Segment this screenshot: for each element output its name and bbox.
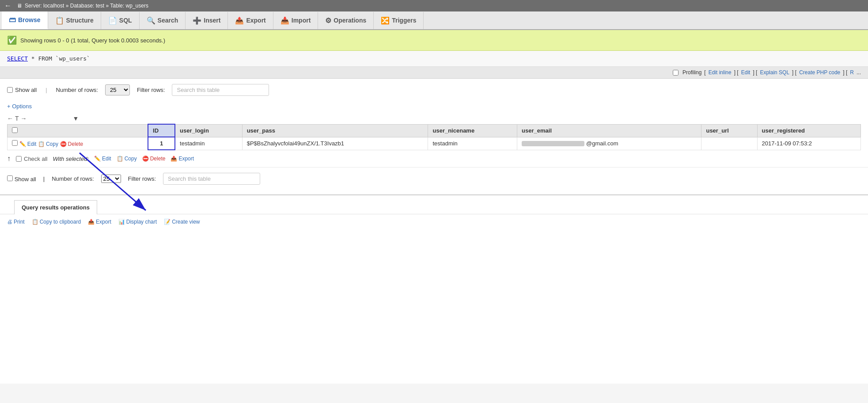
create-php-code-link[interactable]: Create PHP code	[799, 69, 840, 76]
col-resize-bar: ← T → ▼	[0, 113, 868, 124]
browse-icon: 🗃	[9, 16, 16, 24]
row-edit-button[interactable]: ✏️ Edit	[19, 141, 37, 147]
breadcrumb: Server: localhost » Database: test » Tab…	[25, 3, 148, 9]
row-user-nicename-value: testadmin	[432, 140, 457, 147]
tab-triggers[interactable]: 🔀 Triggers	[374, 12, 424, 29]
create-view-button[interactable]: 📝 Create view	[164, 219, 200, 225]
bottom-number-of-rows-label: Number of rows:	[52, 175, 94, 182]
th-checkbox	[8, 124, 148, 137]
tab-search-label: Search	[158, 17, 178, 24]
td-user-nicename: testadmin	[428, 137, 517, 150]
col-user-nicename-label: user_nicename	[432, 127, 474, 134]
with-selected-export-button[interactable]: 📤 Export	[171, 156, 194, 162]
tab-browse-label: Browse	[18, 16, 41, 23]
tab-browse[interactable]: 🗃 Browse	[2, 11, 48, 29]
create-view-icon: 📝	[164, 219, 171, 225]
triggers-icon: 🔀	[381, 16, 390, 25]
th-id: ID	[148, 124, 175, 137]
number-of-rows-label: Number of rows:	[56, 87, 98, 93]
select-all-checkbox[interactable]	[12, 127, 18, 133]
options-row: + Options	[0, 101, 868, 113]
display-chart-button[interactable]: 📊 Display chart	[118, 219, 157, 225]
row-user-registered-value: 2017-11-09 07:53:2	[762, 140, 812, 147]
with-selected-copy-button[interactable]: 📋 Copy	[117, 156, 137, 162]
td-user-email: ████████ @gmail.com	[517, 137, 701, 150]
row-user-email-domain: @gmail.com	[586, 140, 618, 147]
row-delete-button[interactable]: ⛔ Delete	[60, 141, 83, 147]
sql-rest: * FROM `wp_users`	[28, 55, 90, 62]
col-user-login-label: user_login	[180, 127, 209, 134]
col-id-label: ID	[153, 127, 159, 134]
main-content: ✅ Showing rows 0 - 0 (1 total, Query too…	[0, 30, 868, 384]
tab-export-label: Export	[246, 17, 265, 24]
success-banner: ✅ Showing rows 0 - 0 (1 total, Query too…	[0, 30, 868, 51]
options-link[interactable]: + Options	[7, 103, 32, 110]
td-user-login: testadmin	[175, 137, 242, 150]
show-all-bottom-checkbox[interactable]	[7, 175, 13, 181]
copy-to-clipboard-button[interactable]: 📋 Copy to clipboard	[32, 219, 81, 225]
tab-insert[interactable]: ➕ Insert	[186, 12, 228, 29]
tab-structure[interactable]: 📋 Structure	[48, 12, 101, 29]
show-all-label: Show all	[15, 87, 37, 93]
profiling-checkbox[interactable]	[673, 70, 678, 76]
edit-link[interactable]: Edit	[741, 69, 750, 76]
query-results-section: Query results operations 🖨 Print 📋 Copy …	[0, 194, 868, 229]
tab-structure-label: Structure	[66, 17, 94, 24]
td-id: 1	[148, 137, 175, 150]
check-all-bottom-checkbox[interactable]	[16, 156, 22, 162]
bottom-divider: |	[43, 175, 45, 182]
table-header-row: ID user_login user_pass user_nicename us	[8, 124, 861, 137]
export-results-label: Export	[96, 219, 111, 225]
th-user-email: user_email	[517, 124, 701, 137]
tab-insert-label: Insert	[204, 17, 220, 24]
title-bar: ← 🖥 Server: localhost » Database: test »…	[0, 0, 868, 11]
export-results-icon: 📤	[88, 219, 95, 225]
print-icon: 🖨	[7, 219, 12, 225]
insert-icon: ➕	[193, 16, 201, 25]
show-all-checkbox[interactable]	[7, 87, 13, 93]
row-user-login-value: testadmin	[180, 140, 205, 147]
check-all-label: Check all	[24, 156, 47, 162]
td-user-url	[701, 137, 757, 150]
with-selected-label: With selected:	[53, 156, 89, 162]
tab-sql[interactable]: 📄 SQL	[101, 12, 140, 29]
sql-keyword: SELECT	[7, 55, 28, 62]
query-results-tab-label: Query results operations	[22, 204, 90, 211]
explain-sql-link[interactable]: Explain SQL	[760, 69, 789, 76]
query-results-tab: Query results operations	[14, 200, 97, 214]
profiling-label: Profiling	[682, 69, 701, 76]
tab-operations[interactable]: ⚙ Operations	[318, 12, 374, 29]
operations-icon: ⚙	[325, 16, 331, 25]
td-user-pass: $P$BsZhalyvcfolai49unZX/1.T3Ivazb1	[242, 137, 428, 150]
rows-per-page-select[interactable]: 25 50 100	[105, 84, 130, 95]
print-button[interactable]: 🖨 Print	[7, 219, 25, 225]
export-results-button[interactable]: 📤 Export	[88, 219, 111, 225]
row-checkbox[interactable]	[12, 140, 18, 146]
tab-import[interactable]: 📥 Import	[273, 12, 318, 29]
filter-table-input-bottom[interactable]	[163, 173, 260, 185]
with-selected-delete-button[interactable]: ⛔ Delete	[142, 156, 166, 162]
left-arrow-icon: ←	[7, 115, 13, 122]
edit-inline-link[interactable]: Edit inline	[709, 69, 732, 76]
row-id-value: 1	[160, 140, 163, 147]
r-link[interactable]: R	[850, 69, 854, 76]
sort-dropdown-icon: ▼	[73, 115, 79, 122]
t-icon: T	[15, 115, 19, 122]
th-user-registered: user_registered	[757, 124, 861, 137]
show-all-bottom-text: Show all	[15, 176, 36, 182]
th-user-pass: user_pass	[242, 124, 428, 137]
col-user-url-label: user_url	[706, 127, 728, 134]
filter-table-input-top[interactable]	[172, 84, 269, 96]
row-copy-button[interactable]: 📋 Copy	[38, 141, 58, 147]
query-results-actions: 🖨 Print 📋 Copy to clipboard 📤 Export 📊 D…	[0, 214, 868, 229]
back-button[interactable]: ←	[4, 2, 11, 10]
tab-export[interactable]: 📤 Export	[228, 12, 273, 29]
bottom-filter-rows-label: Filter rows:	[128, 175, 156, 182]
top-controls-row: Show all | Number of rows: 25 50 100 Fil…	[0, 79, 868, 101]
tab-operations-label: Operations	[334, 17, 366, 24]
table-area: ← T → ▼ ID	[0, 113, 868, 167]
bottom-rows-per-page-select[interactable]: 25 50 100	[101, 175, 121, 183]
show-all-bottom-label: Show all	[7, 175, 36, 182]
tab-search[interactable]: 🔍 Search	[140, 12, 186, 29]
with-selected-edit-button[interactable]: ✏️ Edit	[94, 156, 111, 162]
